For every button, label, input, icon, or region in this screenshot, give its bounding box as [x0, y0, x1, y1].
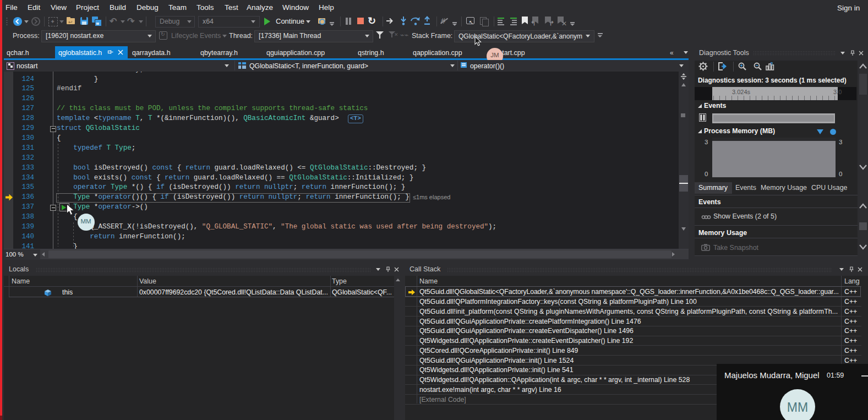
svg-text:?: ? — [770, 61, 773, 67]
